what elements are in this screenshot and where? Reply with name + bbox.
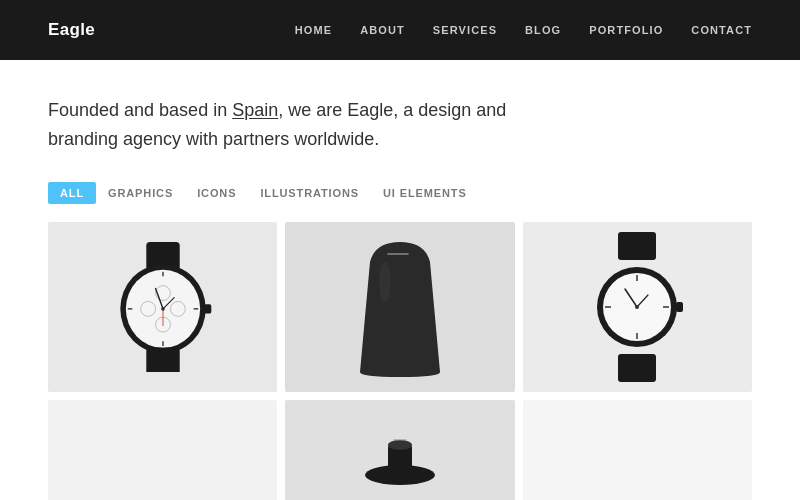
hero-highlight: Spain: [232, 100, 278, 120]
main-nav: HOME ABOUT SERVICES BLOG PORTFOLIO CONTA…: [295, 24, 752, 36]
svg-point-14: [161, 307, 165, 311]
nav-services[interactable]: SERVICES: [433, 24, 497, 36]
filter-all[interactable]: ALL: [48, 182, 96, 204]
svg-rect-16: [146, 347, 179, 371]
site-header: Eagle HOME ABOUT SERVICES BLOG PORTFOLIO…: [0, 0, 800, 60]
portfolio-item-bottom2[interactable]: [285, 400, 514, 500]
portfolio-item-watch2[interactable]: [523, 222, 752, 392]
portfolio-grid: [48, 222, 752, 500]
filter-ui-elements[interactable]: UI ELEMENTS: [371, 182, 479, 204]
svg-rect-15: [204, 304, 211, 313]
filter-illustrations[interactable]: ILLUSTRATIONS: [248, 182, 371, 204]
hero-text: Founded and based in Spain, we are Eagle…: [48, 96, 568, 154]
svg-rect-30: [618, 354, 656, 382]
portfolio-item-watch1[interactable]: [48, 222, 277, 392]
svg-point-33: [388, 440, 412, 450]
main-content: Founded and based in Spain, we are Eagle…: [0, 60, 800, 500]
svg-rect-29: [676, 302, 683, 312]
svg-point-28: [635, 305, 639, 309]
nav-home[interactable]: HOME: [295, 24, 332, 36]
svg-rect-19: [618, 232, 656, 260]
portfolio-item-bottom3[interactable]: [523, 400, 752, 500]
portfolio-item-bottom1[interactable]: [48, 400, 277, 500]
nav-about[interactable]: ABOUT: [360, 24, 405, 36]
filter-tabs: ALL GRAPHICS ICONS ILLUSTRATIONS UI ELEM…: [48, 182, 752, 204]
filter-graphics[interactable]: GRAPHICS: [96, 182, 185, 204]
hero-text-before: Founded and based in: [48, 100, 232, 120]
portfolio-item-knob[interactable]: [285, 222, 514, 392]
nav-portfolio[interactable]: PORTFOLIO: [589, 24, 663, 36]
nav-contact[interactable]: CONTACT: [691, 24, 752, 36]
site-logo[interactable]: Eagle: [48, 20, 95, 40]
filter-icons[interactable]: ICONS: [185, 182, 248, 204]
svg-point-18: [379, 262, 391, 302]
nav-blog[interactable]: BLOG: [525, 24, 561, 36]
